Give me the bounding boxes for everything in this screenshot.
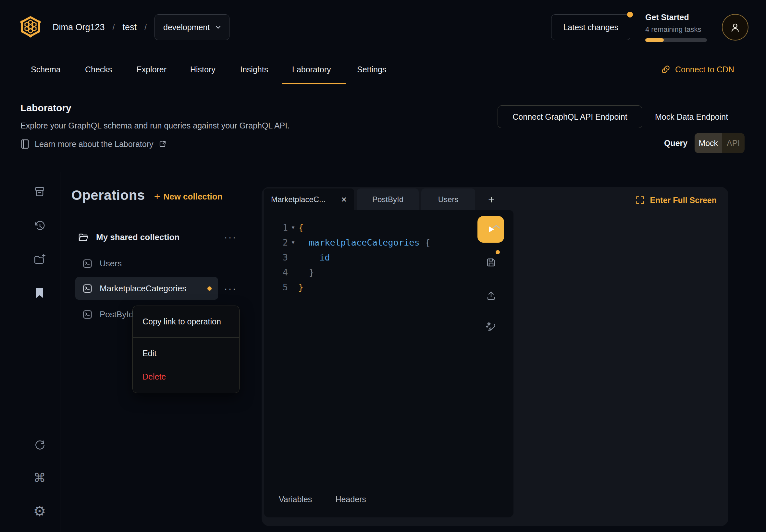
toggle-option-mock[interactable]: Mock	[695, 133, 722, 153]
operation-icon	[82, 259, 92, 269]
new-collection-label: New collection	[163, 192, 222, 202]
code-line[interactable]: 2▾ marketplaceCategories {	[264, 235, 514, 250]
nav-tab-settings[interactable]: Settings	[357, 55, 386, 84]
link-icon	[661, 65, 671, 74]
nav-tab-checks[interactable]: Checks	[85, 55, 112, 84]
operation-row-users[interactable]: Users	[82, 255, 122, 272]
fullscreen-icon	[636, 196, 645, 205]
notification-dot	[627, 12, 633, 18]
fold-caret-icon[interactable]: ▾	[288, 224, 298, 231]
close-icon[interactable]: ✕	[341, 196, 347, 204]
prettify-clean-icon[interactable]	[485, 320, 497, 333]
active-tab-underline	[282, 83, 346, 84]
save-operation-icon[interactable]	[485, 256, 497, 269]
command-shortcuts-icon[interactable]: ⌘	[33, 471, 46, 484]
user-avatar[interactable]	[722, 14, 748, 41]
get-started-widget[interactable]: Get Started 4 remaining tasks	[645, 13, 707, 42]
operation-row-postbyid[interactable]: PostById	[82, 306, 133, 323]
query-label: Query	[664, 139, 687, 148]
unsaved-changes-dot	[496, 250, 500, 254]
new-collection-folder-icon[interactable]	[33, 253, 46, 266]
code-line[interactable]: 5}	[264, 280, 514, 295]
variant-label: development	[163, 23, 210, 32]
code-area[interactable]: 1▾{2▾ marketplaceCategories {3 id4 }5}	[264, 220, 514, 295]
collection-row-my-shared-collection[interactable]: My shared collection	[78, 228, 179, 246]
nav-tab-insights[interactable]: Insights	[240, 55, 268, 84]
folder-open-icon	[78, 232, 89, 242]
code-line[interactable]: 3 id	[264, 250, 514, 265]
nav-tab-history[interactable]: History	[190, 55, 215, 84]
editor-tab-users[interactable]: Users	[421, 188, 475, 211]
bookmark-icon[interactable]	[33, 286, 46, 299]
variant-selector[interactable]: development	[154, 14, 229, 40]
line-number: 1	[264, 223, 288, 233]
unsaved-changes-dot	[207, 286, 212, 291]
editor-tab-postbyid[interactable]: PostById	[357, 188, 419, 211]
connect-to-cdn-label: Connect to CDN	[675, 65, 734, 74]
refresh-icon[interactable]	[33, 439, 46, 452]
operation-menu-button[interactable]: ···	[223, 280, 238, 297]
code-line[interactable]: 4 }	[264, 265, 514, 280]
menu-item-delete[interactable]: Delete	[133, 365, 239, 388]
graphql-query-editor[interactable]: 1▾{2▾ marketplaceCategories {3 id4 }5}	[264, 210, 514, 517]
menu-item-copy-link[interactable]: Copy link to operation	[133, 306, 239, 337]
nav-tab-laboratory[interactable]: Laboratory	[292, 55, 331, 84]
breadcrumb-graph[interactable]: test	[123, 22, 137, 32]
code-text: }	[298, 282, 303, 292]
settings-gear-icon[interactable]: ⚙	[33, 505, 46, 518]
apollo-graphos-logo-icon[interactable]	[19, 16, 42, 38]
query-target-control: Query Mock API	[664, 133, 745, 153]
toggle-option-api[interactable]: API	[722, 133, 745, 153]
line-number: 3	[264, 252, 288, 262]
collection-name: My shared collection	[96, 232, 179, 242]
learn-more-label: Learn more about the Laboratory	[35, 139, 153, 149]
new-collection-button[interactable]: + New collection	[154, 191, 223, 203]
operation-icon	[82, 309, 92, 320]
operation-label: Users	[100, 259, 122, 269]
progress-fill	[645, 38, 664, 42]
nav-tab-schema[interactable]: Schema	[31, 55, 61, 84]
run-query-button[interactable]	[478, 216, 504, 243]
chevron-down-icon	[215, 26, 221, 29]
latest-changes-label: Latest changes	[563, 23, 618, 32]
code-text: marketplaceCategories {	[298, 237, 430, 248]
primary-nav: Schema Checks Explorer History Insights …	[0, 55, 766, 84]
mock-data-endpoint-button[interactable]: Mock Data Endpoint	[655, 107, 728, 127]
breadcrumb-separator: /	[113, 23, 115, 32]
line-number: 4	[264, 267, 288, 277]
operations-header: Operations + New collection	[71, 187, 222, 203]
breadcrumb-org[interactable]: Dima Org123	[53, 22, 105, 32]
page-description: Explore your GraphQL schema and run quer…	[20, 121, 289, 130]
editor-footer: Variables Headers	[264, 481, 514, 517]
code-line[interactable]: 1▾{	[264, 220, 514, 235]
new-tab-button[interactable]: +	[483, 188, 500, 211]
graphos-studio-app: Dima Org123 / test / development Latest …	[0, 0, 766, 532]
learn-more-link[interactable]: Learn more about the Laboratory	[20, 139, 166, 149]
collection-menu-button[interactable]: ···	[223, 228, 238, 246]
variables-tab[interactable]: Variables	[279, 495, 312, 504]
operation-row-marketplacecategories[interactable]: MarketplaceCategories	[75, 277, 218, 300]
latest-changes-button[interactable]: Latest changes	[551, 14, 630, 40]
laboratory-editor-panel: Enter Full Screen MarketplaceC... ✕ Post…	[261, 187, 728, 526]
operation-context-menu: Copy link to operation Edit Delete	[132, 306, 239, 393]
editor-tab-marketplacecategories[interactable]: MarketplaceC... ✕	[264, 188, 354, 211]
operations-title: Operations	[71, 187, 145, 203]
editor-tab-label: MarketplaceC...	[271, 195, 325, 204]
plus-icon: +	[154, 191, 160, 203]
page-title: Laboratory	[20, 103, 71, 114]
connect-graphql-endpoint-button[interactable]: Connect GraphQL API Endpoint	[498, 105, 642, 128]
get-started-progress-track	[645, 38, 707, 42]
connect-to-cdn-link[interactable]: Connect to CDN	[661, 55, 734, 84]
share-upload-icon[interactable]	[485, 289, 497, 302]
documentation-archive-icon[interactable]	[33, 186, 46, 199]
headers-tab[interactable]: Headers	[335, 495, 366, 504]
menu-item-edit[interactable]: Edit	[133, 342, 239, 365]
code-text: }	[298, 267, 314, 277]
external-link-icon	[159, 140, 166, 148]
fold-caret-icon[interactable]: ▾	[288, 239, 298, 246]
collapse-chevron-icon[interactable]	[492, 224, 501, 229]
header-right-cluster: Latest changes Get Started 4 remaining t…	[551, 0, 748, 54]
enter-fullscreen-button[interactable]: Enter Full Screen	[636, 192, 717, 208]
history-icon[interactable]	[33, 220, 46, 233]
nav-tab-explorer[interactable]: Explorer	[136, 55, 166, 84]
